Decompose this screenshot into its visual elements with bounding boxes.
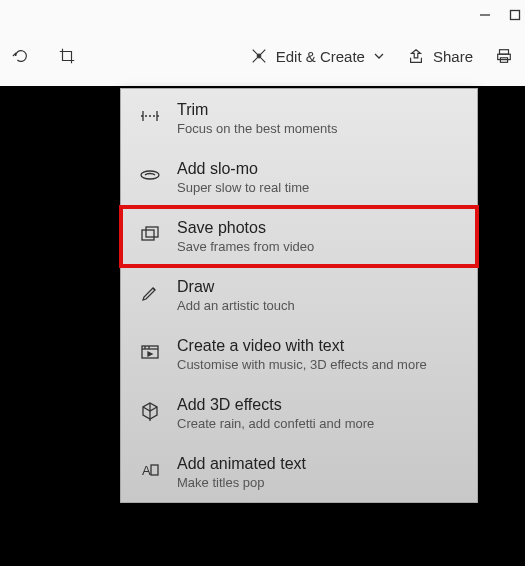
crop-icon: [58, 47, 76, 65]
menu-item-slomo[interactable]: Add slo-mo Super slow to real time: [121, 148, 477, 207]
menu-title: Draw: [177, 278, 295, 296]
title-bar: [0, 0, 525, 26]
svg-text:A: A: [142, 463, 151, 478]
svg-rect-1: [511, 11, 520, 20]
chevron-down-icon: [373, 50, 385, 62]
menu-subtitle: Save frames from video: [177, 239, 314, 254]
print-button[interactable]: [495, 47, 513, 65]
menu-item-3d-effects[interactable]: Add 3D effects Create rain, add confetti…: [121, 384, 477, 443]
menu-item-animated-text[interactable]: A Add animated text Make titles pop: [121, 443, 477, 502]
svg-rect-11: [146, 227, 158, 237]
toolbar: Edit & Create Share: [0, 26, 525, 86]
menu-subtitle: Make titles pop: [177, 475, 306, 490]
menu-title: Add slo-mo: [177, 160, 309, 178]
menu-subtitle: Super slow to real time: [177, 180, 309, 195]
svg-rect-10: [142, 230, 154, 240]
svg-rect-3: [500, 50, 509, 55]
menu-title: Save photos: [177, 219, 314, 237]
crop-button[interactable]: [58, 47, 76, 65]
menu-subtitle: Create rain, add confetti and more: [177, 416, 374, 431]
slomo-icon: [139, 164, 161, 186]
3d-effects-icon: [139, 400, 161, 422]
svg-rect-4: [498, 54, 511, 59]
edit-create-button[interactable]: Edit & Create: [250, 47, 385, 65]
maximize-icon[interactable]: [509, 7, 521, 19]
menu-item-video-text[interactable]: Create a video with text Customise with …: [121, 325, 477, 384]
share-button[interactable]: Share: [407, 47, 473, 65]
menu-item-draw[interactable]: Draw Add an artistic touch: [121, 266, 477, 325]
edit-create-dropdown: Trim Focus on the best moments Add slo-m…: [120, 88, 478, 503]
svg-marker-16: [148, 352, 152, 356]
menu-title: Create a video with text: [177, 337, 427, 355]
rotate-icon: [12, 47, 30, 65]
menu-subtitle: Customise with music, 3D effects and mor…: [177, 357, 427, 372]
menu-title: Add 3D effects: [177, 396, 374, 414]
edit-create-label: Edit & Create: [276, 48, 365, 65]
menu-title: Add animated text: [177, 455, 306, 473]
draw-icon: [139, 282, 161, 304]
share-icon: [407, 47, 425, 65]
edit-create-icon: [250, 47, 268, 65]
share-label: Share: [433, 48, 473, 65]
video-text-icon: [139, 341, 161, 363]
menu-item-trim[interactable]: Trim Focus on the best moments: [121, 89, 477, 148]
rotate-button[interactable]: [12, 47, 30, 65]
svg-rect-18: [151, 465, 158, 475]
menu-subtitle: Add an artistic touch: [177, 298, 295, 313]
menu-title: Trim: [177, 101, 337, 119]
menu-subtitle: Focus on the best moments: [177, 121, 337, 136]
minimize-icon[interactable]: [479, 7, 491, 19]
trim-icon: [139, 105, 161, 127]
svg-point-9: [141, 171, 159, 179]
animated-text-icon: A: [139, 459, 161, 481]
save-photos-icon: [139, 223, 161, 245]
print-icon: [495, 47, 513, 65]
menu-item-save-photos[interactable]: Save photos Save frames from video: [121, 207, 477, 266]
